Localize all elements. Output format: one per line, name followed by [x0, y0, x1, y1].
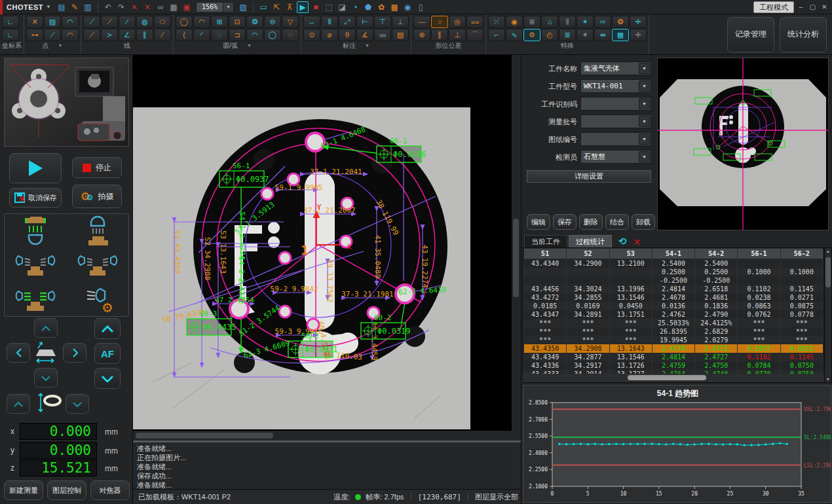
af-button[interactable]: AF: [94, 343, 121, 364]
maximize-button[interactable]: ▢: [808, 2, 818, 12]
line-2pt-icon[interactable]: ⟋: [101, 16, 118, 28]
focus-down-button[interactable]: [66, 394, 89, 414]
clear-icon[interactable]: ✕: [633, 237, 641, 247]
table-row[interactable]: *********19.99452.0279******: [524, 336, 823, 344]
column-header[interactable]: 56-1: [738, 249, 780, 259]
line-capsule-icon[interactable]: ⬭: [154, 16, 171, 28]
field-select[interactable]: 集液气壳体▼: [580, 62, 651, 75]
sp-corner-icon[interactable]: ⌐: [488, 29, 505, 41]
line-ruler-icon[interactable]: ⟋: [83, 16, 100, 28]
dropdown-icon[interactable]: ▼: [639, 63, 650, 74]
line-diag-icon[interactable]: ∕: [154, 29, 171, 41]
axes-icon[interactable]: ∟: [2, 16, 19, 28]
measurement-stage[interactable]: 62-1 4.646837-1 21.204159-1 9.990537-2 2…: [133, 55, 521, 441]
table-row[interactable]: 0.01850.01690.04500.01360.18360.08630.08…: [524, 302, 823, 310]
tol-arc-icon[interactable]: ⌒: [466, 29, 483, 41]
delete-icon[interactable]: ✕: [128, 1, 140, 13]
circle-minus-icon[interactable]: ⊖: [264, 16, 281, 28]
sp-bridge-icon[interactable]: ⌂: [541, 16, 558, 28]
table-row[interactable]: 43.433634.291713.17262.47592.47500.07840…: [524, 361, 823, 370]
ribbon-group-expand-icon[interactable]: ▼: [58, 43, 63, 48]
dim-angle2-icon[interactable]: ∡: [356, 29, 373, 41]
dropdown-icon[interactable]: ▼: [639, 98, 650, 109]
table-row[interactable]: 0.25000.25000.10000.1000: [524, 268, 823, 276]
dim-hruler-icon[interactable]: ↔: [303, 16, 320, 28]
field-select[interactable]: WKT14-001▼: [580, 79, 651, 93]
engineering-mode-button[interactable]: 工程模式: [753, 1, 794, 13]
cube-icon[interactable]: ⬟: [362, 1, 374, 13]
circle-dash2-icon[interactable]: ◌: [282, 29, 299, 41]
chip-icon[interactable]: ▩: [388, 1, 400, 13]
sp-teeth-icon[interactable]: ≣: [559, 29, 576, 41]
grid-icon[interactable]: ▦: [168, 1, 180, 13]
ribbon-group-expand-icon[interactable]: ▼: [365, 43, 369, 48]
circle-grid-icon[interactable]: ⊞: [211, 16, 228, 28]
detail-settings-button[interactable]: 详细设置: [527, 170, 651, 183]
stage-up-button[interactable]: [34, 318, 58, 338]
circle-pin-icon[interactable]: ▽: [282, 16, 299, 28]
capture-button[interactable]: ⚙⚙ 拍摄: [72, 185, 122, 208]
delete-button[interactable]: 删除: [579, 214, 603, 230]
save-button[interactable]: 保存: [553, 214, 577, 230]
tol-flat-icon[interactable]: ⩵: [466, 16, 483, 28]
circle-dash-icon[interactable]: ◌: [211, 29, 228, 41]
sp-spiral-icon[interactable]: ◉: [506, 16, 523, 28]
sp-gear-icon[interactable]: ⚙: [523, 29, 540, 41]
export-image-icon[interactable]: ▣: [181, 1, 193, 13]
arc-corner-icon[interactable]: ◜: [193, 29, 210, 41]
fit-icon[interactable]: ⇱: [271, 1, 282, 13]
stage-hscrollbar[interactable]: [136, 433, 273, 439]
zoom-control[interactable]: 156% ▼: [196, 2, 234, 12]
sp-cross-icon[interactable]: ⤫: [488, 16, 505, 28]
table-row[interactable]: 43.434034.290013.21002.54002.5400: [524, 259, 823, 268]
run-button[interactable]: [9, 153, 62, 183]
statistics-table[interactable]: 51525354-154-256-156-243.434034.290013.2…: [523, 247, 824, 383]
save-as-icon[interactable]: ▥: [82, 1, 94, 13]
light-settings-button[interactable]: ⚙: [67, 282, 129, 316]
point-cross-icon[interactable]: ✕: [26, 16, 43, 28]
dim-diam-icon[interactable]: ⌀: [321, 29, 338, 41]
column-header[interactable]: 54-1: [652, 249, 694, 259]
sp-spring-icon[interactable]: ∿: [506, 29, 523, 41]
combine-button[interactable]: 结合: [605, 214, 629, 230]
arc-crown-icon[interactable]: ◠: [246, 29, 263, 41]
sp-clock-icon[interactable]: ◴: [541, 29, 558, 41]
table-row[interactable]: 43.445634.302413.19962.48142.65180.11020…: [524, 285, 823, 293]
z-down-fast-button[interactable]: [94, 368, 121, 389]
circle-gear-icon[interactable]: ❂: [246, 16, 263, 28]
stage-right-button[interactable]: [63, 343, 86, 363]
stage-vscrollbar[interactable]: [513, 219, 519, 297]
dropdown-icon[interactable]: ▼: [639, 151, 650, 162]
focuser-button[interactable]: 对焦器: [90, 480, 130, 500]
table-row[interactable]: *********25.5033%24.4125%******: [524, 319, 823, 327]
dim-angle-icon[interactable]: θ: [339, 29, 356, 41]
point-dot-icon[interactable]: ⊶: [26, 29, 43, 41]
arc-box-icon[interactable]: ⊐: [229, 29, 246, 41]
close-button[interactable]: ✕: [820, 2, 829, 12]
table-row[interactable]: *********26.83952.6829******: [524, 327, 823, 336]
sp-star-icon[interactable]: ✶: [577, 16, 594, 28]
line-vertex-icon[interactable]: ∠: [119, 29, 136, 41]
sp-star2-icon[interactable]: ✶: [577, 29, 594, 41]
z-up-fast-button[interactable]: [94, 318, 121, 339]
minimize-button[interactable]: –: [796, 2, 806, 12]
column-header[interactable]: 52: [567, 249, 609, 259]
arc-top-icon[interactable]: ◠: [193, 16, 210, 28]
sp-grid-icon[interactable]: ▦: [612, 29, 629, 41]
memo-icon[interactable]: ▯: [415, 1, 426, 13]
live-play-icon[interactable]: ▶: [297, 1, 309, 13]
app-menu-caret-icon[interactable]: ▼: [46, 4, 51, 10]
dim-perp-icon[interactable]: ⊥: [392, 16, 409, 28]
point-crown-icon[interactable]: ◠: [62, 29, 79, 41]
dim-i-icon[interactable]: ⊤: [374, 16, 391, 28]
save-icon[interactable]: ▤: [56, 1, 67, 13]
cancel-save-button[interactable]: 取消保存: [9, 188, 62, 207]
record-stop-icon[interactable]: ■: [310, 1, 322, 13]
undo-icon[interactable]: ↶: [102, 1, 114, 13]
column-header[interactable]: 51: [524, 249, 567, 259]
circle-plain-icon[interactable]: ◯: [264, 29, 281, 41]
refresh-icon[interactable]: ⟲: [618, 236, 627, 247]
dim-h-icon[interactable]: ⊢: [356, 16, 373, 28]
point-line-icon[interactable]: ⟋: [44, 29, 61, 41]
overview-panel[interactable]: [657, 58, 829, 230]
